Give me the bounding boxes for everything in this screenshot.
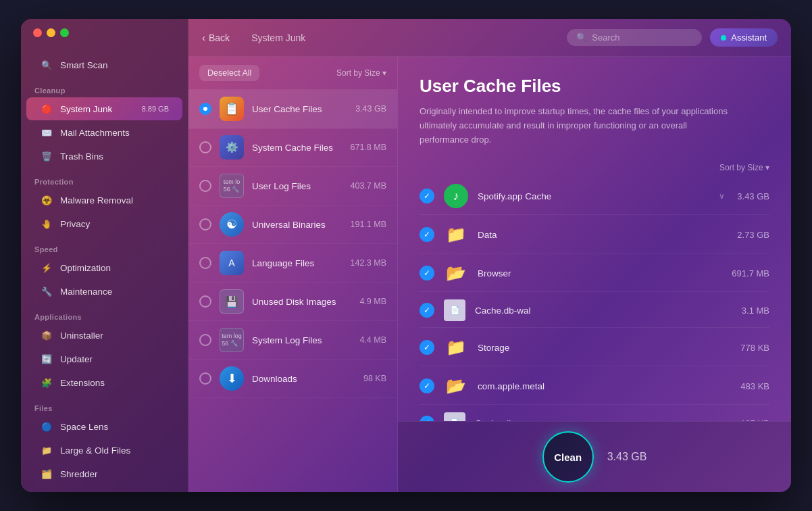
sidebar-item-uninstaller[interactable]: 📦 Uninstaller: [26, 324, 182, 347]
detail-row[interactable]: ✓ 📂 Browser 691.7 MB: [420, 255, 769, 292]
file-icon: 📄: [444, 412, 465, 421]
list-item[interactable]: 💾 Unused Disk Images 4.9 MB: [188, 283, 397, 321]
sidebar-item-label: Privacy: [60, 219, 90, 229]
smart-scan-icon: 🔍: [40, 58, 53, 72]
sort-by-size-label[interactable]: Sort by Size ▾: [336, 68, 386, 78]
deselect-all-button[interactable]: Deselect All: [199, 65, 259, 81]
sidebar-item-system-junk[interactable]: 🔴 System Junk 8.89 GB: [26, 97, 182, 120]
sidebar-item-malware-removal[interactable]: ☣️ Malware Removal: [26, 189, 182, 212]
sidebar-item-space-lens[interactable]: 🔵 Space Lens: [26, 415, 182, 438]
detail-row[interactable]: ✓ 📁 Data 2.73 GB: [420, 216, 769, 253]
detail-check-icon[interactable]: ✓: [420, 227, 434, 242]
sidebar-item-label: Optimization: [60, 263, 111, 273]
space-lens-icon: 🔵: [40, 420, 53, 433]
section-label-files: Files: [21, 397, 188, 414]
list-item[interactable]: ⬇ Downloads 98 KB: [188, 360, 397, 398]
list-item[interactable]: ☯ Universal Binaries 191.1 MB: [188, 205, 397, 244]
file-radio-checked[interactable]: [199, 103, 211, 115]
file-size: 4.9 MB: [359, 297, 386, 306]
detail-row[interactable]: ✓ 📁 Storage 778 KB: [420, 329, 769, 366]
sidebar-item-label: System Junk: [60, 104, 112, 114]
file-name: User Cache Files: [252, 104, 347, 114]
assistant-dot-icon: [721, 35, 726, 41]
section-label-speed: Speed: [21, 239, 188, 256]
system-junk-badge: 8.89 GB: [142, 105, 169, 113]
file-name: Universal Binaries: [252, 220, 342, 230]
detail-panel: User Cache Files Originally intended to …: [398, 57, 791, 492]
sidebar-item-label: Malware Removal: [60, 195, 133, 205]
detail-item-name: Cache.db-wal: [475, 306, 732, 316]
file-radio[interactable]: [199, 180, 211, 192]
sidebar-item-label: Space Lens: [60, 422, 108, 432]
detail-check-icon[interactable]: ✓: [420, 379, 434, 393]
sidebar-item-mail-attachments[interactable]: ✉️ Mail Attachments: [26, 121, 182, 144]
sidebar-item-maintenance[interactable]: 🔧 Maintenance: [26, 280, 182, 303]
list-item[interactable]: A Language Files 142.3 MB: [188, 244, 397, 283]
detail-sort-label[interactable]: Sort by Size ▾: [719, 163, 769, 172]
sidebar-item-optimization[interactable]: ⚡ Optimization: [26, 256, 182, 279]
privacy-icon: 🤚: [40, 217, 53, 230]
assistant-button[interactable]: Assistant: [710, 28, 778, 47]
total-size-label: 3.43 GB: [607, 451, 647, 463]
detail-row[interactable]: ✓ 📄 Cache.db-wal 3.1 MB: [420, 293, 769, 328]
sidebar-section-protection: Protection ☣️ Malware Removal 🤚 Privacy: [21, 168, 188, 236]
sidebar-item-label: Uninstaller: [60, 331, 103, 341]
sidebar-section-cleanup: Cleanup 🔴 System Junk 8.89 GB ✉️ Mail At…: [21, 77, 188, 168]
search-input[interactable]: [592, 32, 692, 43]
sidebar-item-shredder[interactable]: 🗂️ Shredder: [26, 462, 182, 485]
list-item[interactable]: tem lo56 🔧 User Log Files 403.7 MB: [188, 167, 397, 205]
trash-icon: 🗑️: [40, 149, 53, 163]
back-button[interactable]: ‹ Back: [202, 32, 230, 43]
detail-row[interactable]: ✓ 📄 Cache.db 197 KB: [420, 406, 769, 421]
detail-item-size: 3.43 GB: [737, 191, 769, 201]
detail-row[interactable]: ✓ 📂 com.apple.metal 483 KB: [420, 368, 769, 405]
clean-button[interactable]: Clean: [542, 431, 594, 483]
detail-description: Originally intended to improve startup t…: [420, 105, 730, 147]
detail-item-size: 2.73 GB: [737, 230, 769, 240]
sidebar-item-smart-scan[interactable]: 🔍 Smart Scan: [26, 53, 182, 76]
file-radio[interactable]: [199, 334, 211, 346]
main-window: 🔍 Smart Scan Cleanup 🔴 System Junk 8.89 …: [21, 19, 791, 492]
file-icon-sys: ⚙️: [220, 135, 244, 160]
expand-icon[interactable]: ∨: [719, 191, 725, 201]
detail-check-icon[interactable]: ✓: [420, 340, 434, 355]
search-icon: 🔍: [576, 32, 587, 43]
sidebar-item-large-old-files[interactable]: 📁 Large & Old Files: [26, 439, 182, 462]
sidebar-item-label: Mail Attachments: [60, 128, 130, 138]
file-name: System Cache Files: [252, 143, 342, 153]
detail-check-icon[interactable]: ✓: [420, 189, 434, 203]
sidebar: 🔍 Smart Scan Cleanup 🔴 System Junk 8.89 …: [21, 19, 188, 492]
file-list-header: Deselect All Sort by Size ▾: [188, 57, 397, 90]
section-label-applications: Applications: [21, 306, 188, 323]
file-name: Unused Disk Images: [252, 297, 351, 307]
list-item[interactable]: tem log56 🔧 System Log Files 4.4 MB: [188, 321, 397, 360]
file-radio[interactable]: [199, 218, 211, 230]
file-radio[interactable]: [199, 257, 211, 269]
sidebar-section-files: Files 🔵 Space Lens 📁 Large & Old Files 🗂…: [21, 395, 188, 486]
large-files-icon: 📁: [40, 443, 53, 457]
sidebar-item-privacy[interactable]: 🤚 Privacy: [26, 212, 182, 235]
list-item[interactable]: ⚙️ System Cache Files 671.8 MB: [188, 128, 397, 167]
list-item[interactable]: 📋 User Cache Files 3.43 GB: [188, 90, 397, 128]
detail-check-icon[interactable]: ✓: [420, 416, 434, 421]
detail-check-icon[interactable]: ✓: [420, 266, 434, 281]
traffic-lights: [21, 19, 188, 47]
sidebar-item-updater[interactable]: 🔄 Updater: [26, 347, 182, 370]
file-list: 📋 User Cache Files 3.43 GB ⚙️ System Cac…: [188, 90, 397, 492]
detail-item-size: 483 KB: [740, 381, 769, 391]
file-size: 671.8 MB: [350, 143, 386, 152]
sidebar-item-label: Large & Old Files: [60, 445, 130, 456]
sidebar-item-trash-bins[interactable]: 🗑️ Trash Bins: [26, 145, 182, 168]
file-name: User Log Files: [252, 181, 342, 191]
sidebar-item-extensions[interactable]: 🧩 Extensions: [26, 371, 182, 394]
file-radio[interactable]: [199, 372, 211, 385]
close-button[interactable]: [33, 28, 42, 37]
detail-check-icon[interactable]: ✓: [420, 303, 434, 318]
minimize-button[interactable]: [47, 28, 55, 37]
folder-icon: 📁: [444, 222, 468, 247]
detail-row[interactable]: ✓ ♪ Spotify.app Cache ∨ 3.43 GB: [420, 178, 769, 215]
search-bar[interactable]: 🔍: [567, 29, 702, 46]
file-radio[interactable]: [199, 295, 211, 308]
maximize-button[interactable]: [60, 28, 69, 37]
file-radio[interactable]: [199, 141, 211, 153]
